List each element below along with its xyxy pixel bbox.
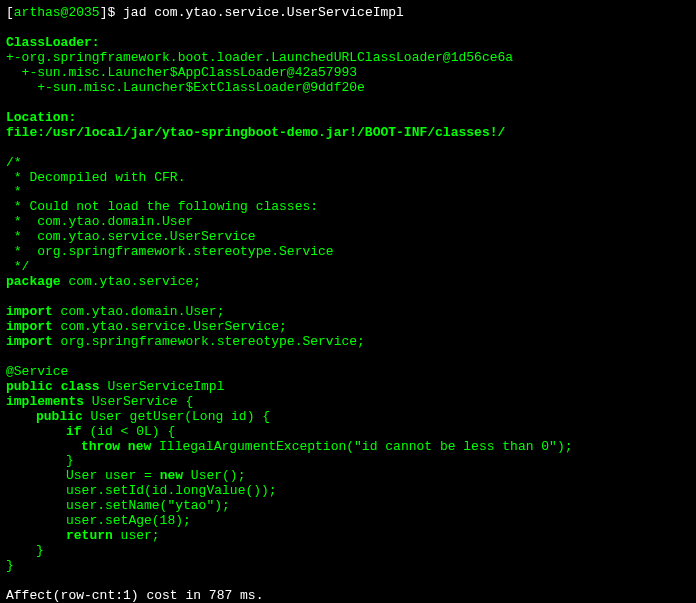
blank-line [6,350,690,365]
close-brace: } [6,454,690,469]
return-line: return user; [6,529,690,544]
import-line: import com.ytao.service.UserService; [6,320,690,335]
comment-line: * Decompiled with CFR. [6,171,690,186]
keyword-throw: throw [81,439,120,454]
method-line: public User getUser(Long id) { [6,410,690,425]
set-age-line: user.setAge(18); [6,514,690,529]
location-path: file:/usr/local/jar/ytao-springboot-demo… [6,126,690,141]
import-line: import org.springframework.stereotype.Se… [6,335,690,350]
exception-text: IllegalArgumentException("id cannot be l… [151,439,572,454]
import-line: import com.ytao.domain.User; [6,305,690,320]
comment-line: * [6,185,690,200]
location-header: Location: [6,111,690,126]
comment-line: * Could not load the following classes: [6,200,690,215]
keyword-package: package [6,274,61,289]
keyword-if: if [66,424,82,439]
close-brace: } [6,559,690,574]
classloader-header: ClassLoader: [6,36,690,51]
comment-line: * org.springframework.stereotype.Service [6,245,690,260]
set-id-line: user.setId(id.longValue()); [6,484,690,499]
blank-line [6,574,690,589]
keyword-new: new [128,439,151,454]
close-brace: } [6,544,690,559]
throw-space [120,439,128,454]
keyword-class: class [61,379,100,394]
throw-line: throw new IllegalArgumentException("id c… [6,440,690,455]
comment-line: * com.ytao.service.UserService [6,230,690,245]
method-signature: User getUser(Long id) { [83,409,270,424]
prompt-bracket-close: ]$ [100,5,123,20]
blank-line [6,290,690,305]
comment-line: /* [6,156,690,171]
prompt-user-host: arthas@2035 [14,5,100,20]
comment-line: * com.ytao.domain.User [6,215,690,230]
user-decl-start: User user = [66,468,160,483]
blank-line [6,21,690,36]
set-name-line: user.setName("ytao"); [6,499,690,514]
blank-line [6,141,690,156]
return-value: user; [113,528,160,543]
keyword-import: import [6,319,53,334]
comment-line: */ [6,260,690,275]
classloader-line3: +-sun.misc.Launcher$ExtClassLoader@9ddf2… [6,81,690,96]
package-name: com.ytao.service; [61,274,201,289]
user-decl-end: User(); [183,468,245,483]
classloader-line2: +-sun.misc.Launcher$AppClassLoader@42a57… [6,66,690,81]
keyword-import: import [6,334,53,349]
footer-status: Affect(row-cnt:1) cost in 787 ms. [6,589,690,603]
import-name: com.ytao.service.UserService; [53,319,287,334]
import-name: com.ytao.domain.User; [53,304,225,319]
prompt-bracket-open: [ [6,5,14,20]
annotation-line: @Service [6,365,690,380]
keyword-implements: implements [6,394,84,409]
class-name: UserServiceImpl [100,379,225,394]
interface-name: UserService { [84,394,193,409]
keyword-import: import [6,304,53,319]
keyword-public: public [36,409,83,424]
package-line: package com.ytao.service; [6,275,690,290]
user-decl-line: User user = new User(); [6,469,690,484]
keyword-public: public [6,379,53,394]
prompt-line: [arthas@2035]$ jad com.ytao.service.User… [6,6,690,21]
if-condition: (id < 0L) { [82,424,176,439]
keyword-new: new [160,468,183,483]
blank-line [6,96,690,111]
classloader-line1: +-org.springframework.boot.loader.Launch… [6,51,690,66]
implements-line: implements UserService { [6,395,690,410]
class-decl-line: public class UserServiceImpl [6,380,690,395]
keyword-return: return [66,528,113,543]
command-text[interactable]: jad com.ytao.service.UserServiceImpl [123,5,404,20]
if-line: if (id < 0L) { [6,425,690,440]
import-name: org.springframework.stereotype.Service; [53,334,365,349]
